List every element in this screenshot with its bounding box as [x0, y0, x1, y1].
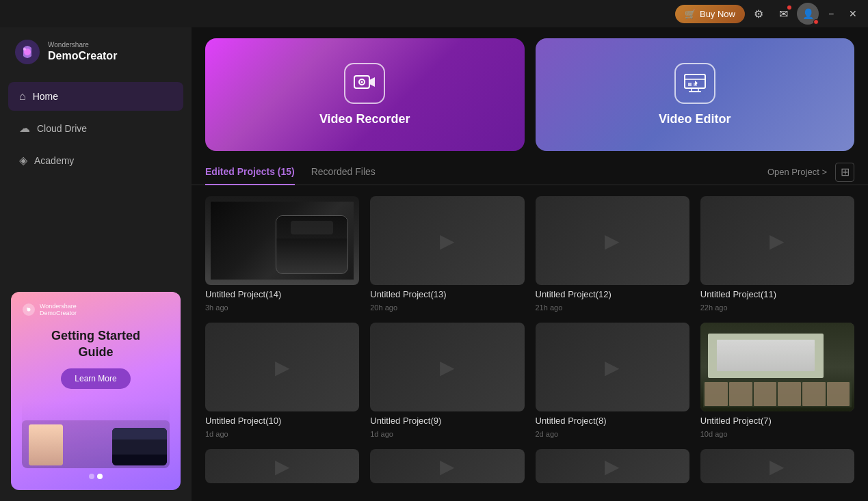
tab-edited-projects[interactable]: Edited Projects (15)	[205, 159, 295, 185]
home-icon: ⌂	[19, 90, 26, 103]
settings-button[interactable]: ⚙	[748, 3, 770, 25]
project-name-11: Untitled Project(11)	[700, 289, 854, 299]
avatar-button[interactable]: 👤	[797, 3, 819, 25]
project-thumb-7	[700, 323, 854, 411]
nav-home-label: Home	[33, 91, 58, 102]
project-card-12[interactable]: ▶ Untitled Project(12) 21h ago	[536, 196, 689, 312]
app-logo-icon	[14, 38, 41, 66]
tabs-left: Edited Projects (15) Recorded Files	[205, 159, 392, 185]
svg-point-8	[361, 81, 363, 83]
promo-illustration	[22, 400, 170, 468]
sidebar-promo-area: Wondershare DemoCreator Getting StartedG…	[0, 292, 192, 490]
project-card-3[interactable]: ▶	[700, 449, 854, 483]
promo-logo-icon	[22, 303, 36, 316]
project-card-8[interactable]: ▶ Untitled Project(8) 2d ago	[536, 323, 689, 438]
user-icon: 👤	[802, 8, 814, 19]
sidebar-item-academy[interactable]: ◈ Academy	[8, 146, 183, 175]
mail-icon: ✉	[779, 8, 788, 21]
film-icon-10: ▶	[275, 356, 290, 379]
cart-icon: 🛒	[685, 9, 696, 19]
video-recorder-card[interactable]: Video Recorder	[205, 38, 525, 151]
tab-recorded-files[interactable]: Recorded Files	[311, 159, 376, 185]
titlebar: 🛒 Buy Now ⚙ ✉ 👤 − ✕	[0, 0, 868, 27]
thumb-placeholder-13: ▶	[370, 196, 524, 285]
academy-icon: ◈	[19, 154, 27, 167]
buy-now-label: Buy Now	[700, 9, 735, 19]
film-icon-5: ▶	[440, 455, 455, 478]
nav-items: ⌂ Home ☁ Cloud Drive ◈ Academy	[0, 82, 192, 175]
project-card-7[interactable]: Untitled Project(7) 10d ago	[700, 323, 854, 438]
editor-label: Video Editor	[659, 112, 731, 126]
thumb-placeholder-4: ▶	[536, 449, 689, 483]
film-icon: ▶	[440, 230, 455, 252]
content-area: Video Recorder Video Editor	[192, 27, 868, 501]
project-thumb-4: ▶	[536, 449, 689, 483]
thumb-placeholder-10: ▶	[205, 323, 359, 411]
cloud-icon: ☁	[19, 122, 30, 135]
project-card-11[interactable]: ▶ Untitled Project(11) 22h ago	[700, 196, 854, 312]
project-name-7: Untitled Project(7)	[700, 416, 854, 426]
svg-point-5	[27, 308, 28, 309]
project-name-14: Untitled Project(14)	[205, 289, 359, 299]
project-card-13[interactable]: ▶ Untitled Project(13) 20h ago	[370, 196, 524, 312]
project-thumb-3: ▶	[700, 449, 854, 483]
promo-dots	[89, 474, 103, 479]
tabs-right: Open Project > ⊞	[767, 163, 854, 182]
tab-edited-label: Edited Projects (15)	[205, 166, 295, 177]
grid-view-button[interactable]: ⊞	[835, 163, 854, 182]
notification-dot	[787, 5, 791, 10]
project-card-9[interactable]: ▶ Untitled Project(9) 1d ago	[370, 323, 524, 438]
thumb-placeholder-11: ▶	[700, 196, 854, 285]
logo-area: Wondershare DemoCreator	[0, 27, 192, 82]
film-icon-12: ▶	[605, 230, 620, 252]
project-thumb-5: ▶	[370, 449, 524, 483]
promo-title: Getting StartedGuide	[51, 328, 140, 360]
video-editor-card[interactable]: Video Editor	[536, 38, 855, 151]
sidebar: Wondershare DemoCreator ⌂ Home ☁ Cloud D…	[0, 27, 192, 501]
project-time-10: 1d ago	[205, 430, 359, 438]
project-thumb-9: ▶	[370, 323, 524, 411]
project-time-11: 22h ago	[700, 303, 854, 312]
promo-learn-more-button[interactable]: Learn More	[61, 368, 130, 389]
minimize-label: −	[828, 8, 834, 19]
project-card-4[interactable]: ▶	[536, 449, 689, 483]
thumb-phone-image	[205, 196, 359, 285]
gear-icon: ⚙	[754, 8, 763, 21]
sidebar-item-cloud-drive[interactable]: ☁ Cloud Drive	[8, 113, 183, 143]
buy-now-button[interactable]: 🛒 Buy Now	[675, 5, 745, 23]
project-time-9: 1d ago	[370, 430, 524, 438]
project-name-13: Untitled Project(13)	[370, 289, 524, 299]
project-thumb-8: ▶	[536, 323, 689, 411]
main-layout: Wondershare DemoCreator ⌂ Home ☁ Cloud D…	[0, 27, 868, 501]
minimize-button[interactable]: −	[821, 4, 841, 23]
project-name-9: Untitled Project(9)	[370, 416, 524, 426]
promo-dot-1	[89, 474, 94, 479]
project-thumb-12: ▶	[536, 196, 689, 285]
project-thumb-6: ▶	[205, 449, 359, 483]
project-time-12: 21h ago	[536, 303, 689, 312]
recorder-icon-box	[344, 63, 385, 104]
promo-card[interactable]: Wondershare DemoCreator Getting StartedG…	[11, 292, 181, 490]
projects-grid: Untitled Project(14) 3h ago ▶ Untitled P…	[192, 185, 868, 501]
project-time-8: 2d ago	[536, 430, 689, 438]
project-name-8: Untitled Project(8)	[536, 416, 689, 426]
film-icon-6: ▶	[275, 455, 290, 478]
project-card-6[interactable]: ▶	[205, 449, 359, 483]
close-button[interactable]: ✕	[843, 4, 863, 23]
close-label: ✕	[849, 8, 857, 19]
project-card-10[interactable]: ▶ Untitled Project(10) 1d ago	[205, 323, 359, 438]
nav-academy-label: Academy	[34, 155, 74, 166]
film-icon-8: ▶	[605, 356, 620, 379]
notification-button[interactable]: ✉	[772, 3, 794, 25]
editor-icon	[683, 71, 707, 96]
thumb-placeholder-8: ▶	[536, 323, 689, 411]
project-card-5[interactable]: ▶	[370, 449, 524, 483]
thumb-placeholder-5: ▶	[370, 449, 524, 483]
project-name-10: Untitled Project(10)	[205, 416, 359, 426]
open-project-button[interactable]: Open Project >	[767, 167, 827, 177]
sidebar-item-home[interactable]: ⌂ Home	[8, 82, 183, 111]
hero-cards: Video Recorder Video Editor	[192, 27, 868, 159]
project-name-12: Untitled Project(12)	[536, 289, 689, 299]
project-card-14[interactable]: Untitled Project(14) 3h ago	[205, 196, 359, 312]
promo-logo: Wondershare DemoCreator	[22, 303, 77, 318]
